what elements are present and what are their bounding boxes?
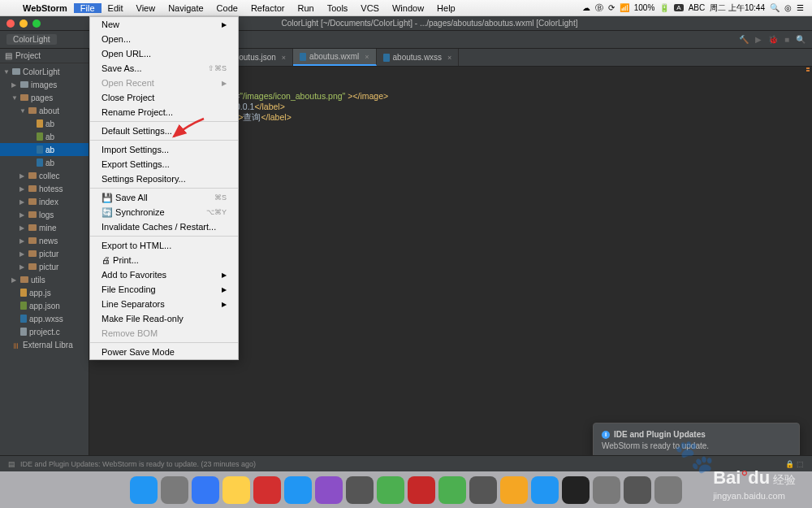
tree-item[interactable]: ▶images	[0, 78, 89, 91]
breadcrumb[interactable]: ColorLight	[6, 34, 57, 45]
stop-icon[interactable]: ■	[784, 35, 789, 44]
dock-app-10[interactable]	[438, 476, 466, 504]
input-source[interactable]: A	[674, 4, 683, 11]
dock-app-15[interactable]	[593, 476, 620, 504]
menu-item-new[interactable]: New▶	[90, 17, 238, 32]
menu-tools[interactable]: Tools	[321, 3, 355, 13]
dock-app-9[interactable]	[408, 476, 435, 504]
dock-app-1[interactable]	[161, 476, 188, 504]
tree-item[interactable]: ▶collec	[0, 169, 89, 182]
tree-item[interactable]: ▶hotess	[0, 182, 89, 195]
dock-app-17[interactable]	[654, 476, 682, 504]
app-name[interactable]: WebStorm	[16, 3, 74, 13]
tree-item[interactable]: ab	[0, 143, 89, 156]
menu-item-rename-project-[interactable]: Rename Project...	[90, 105, 238, 119]
battery-icon[interactable]: 🔋	[659, 3, 669, 12]
dock-app-12[interactable]	[500, 476, 528, 504]
tree-item[interactable]: app.wxss	[0, 312, 89, 325]
dock-app-2[interactable]	[192, 476, 219, 504]
menu-file[interactable]: File	[74, 3, 102, 13]
tree-item[interactable]: app.json	[0, 299, 89, 312]
menu-item-default-settings-[interactable]: Default Settings...	[90, 124, 238, 138]
editor-tab[interactable]: aboutus.wxss×	[377, 49, 460, 66]
menu-edit[interactable]: Edit	[102, 3, 130, 13]
tree-item[interactable]: ▶news	[0, 234, 89, 247]
tree-item[interactable]: ab	[0, 117, 89, 130]
menu-item-file-encoding[interactable]: File Encoding▶	[90, 282, 238, 297]
menu-help[interactable]: Help	[430, 3, 462, 13]
dock-app-3[interactable]	[222, 476, 250, 504]
search-icon[interactable]: 🔍	[770, 3, 780, 12]
menu-run[interactable]: Run	[291, 3, 320, 13]
tree-item[interactable]: ▶pictur	[0, 247, 89, 260]
menu-item-export-to-html-[interactable]: Export to HTML...	[90, 238, 238, 253]
menu-navigate[interactable]: Navigate	[162, 3, 209, 13]
menu-item-synchronize[interactable]: 🔄 Synchronize⌥⌘Y	[90, 205, 238, 219]
tree-item[interactable]: ▶logs	[0, 208, 89, 221]
debug-icon[interactable]: 🐞	[768, 35, 778, 44]
dock-app-0[interactable]	[130, 476, 158, 504]
menu-item-settings-repository-[interactable]: Settings Repository...	[90, 172, 238, 186]
wechat-icon[interactable]: ☁	[582, 3, 590, 12]
folder-icon	[28, 107, 37, 114]
dock-app-5[interactable]	[284, 476, 312, 504]
menu-code[interactable]: Code	[210, 3, 244, 13]
tree-item[interactable]: ▼about	[0, 104, 89, 117]
editor-tab[interactable]: aboutus.wxml×	[293, 49, 376, 66]
menu-item-close-project[interactable]: Close Project	[90, 90, 238, 105]
menu-window[interactable]: Window	[386, 3, 430, 13]
dock-app-14[interactable]	[562, 476, 590, 504]
dock-app-6[interactable]	[315, 476, 343, 504]
menu-item-save-all[interactable]: 💾 Save All⌘S	[90, 190, 238, 205]
menu-item-print-[interactable]: 🖨 Print...	[90, 253, 238, 267]
sidebar-header[interactable]: ▤ Project	[0, 49, 89, 63]
siri-icon[interactable]: ◎	[784, 3, 792, 12]
menu-item-make-file-read-only[interactable]: Make File Read-only	[90, 311, 238, 326]
tree-item[interactable]: ▶pictur	[0, 260, 89, 273]
menu-item-import-settings-[interactable]: Import Settings...	[90, 142, 238, 157]
dock-app-13[interactable]	[531, 476, 559, 504]
menu-view[interactable]: View	[130, 3, 162, 13]
dock-app-4[interactable]	[253, 476, 281, 504]
folder-icon	[20, 276, 28, 283]
notifications-icon[interactable]: ☰	[797, 3, 804, 12]
sync-icon[interactable]: ⟳	[608, 3, 615, 12]
dock-app-16[interactable]	[624, 476, 651, 504]
bluetooth-icon[interactable]: Ⓑ	[595, 2, 603, 14]
dock-app-7[interactable]	[346, 476, 374, 504]
clock[interactable]: 周二 上午10:44	[710, 2, 765, 14]
menu-item-line-separators[interactable]: Line Separators▶	[90, 297, 238, 311]
build-icon[interactable]: 🔨	[739, 35, 749, 44]
run-icon[interactable]: ▶	[755, 35, 762, 44]
menu-item-export-settings-[interactable]: Export Settings...	[90, 157, 238, 172]
dock-app-8[interactable]	[377, 476, 404, 504]
menu-item-open-url-[interactable]: Open URL...	[90, 46, 238, 61]
minimize-icon[interactable]	[19, 20, 28, 28]
menu-item-open-[interactable]: Open...	[90, 32, 238, 46]
tree-item[interactable]: ▶utils	[0, 273, 89, 286]
tree-item[interactable]: ab	[0, 130, 89, 143]
close-icon[interactable]: ×	[365, 53, 369, 61]
tree-item[interactable]: ▶mine	[0, 221, 89, 234]
menu-item-power-save-mode[interactable]: Power Save Mode	[90, 345, 238, 359]
close-icon[interactable]: ×	[447, 54, 451, 62]
menu-item-add-to-favorites[interactable]: Add to Favorites▶	[90, 267, 238, 282]
dock-app-11[interactable]	[469, 476, 497, 504]
close-icon[interactable]	[6, 20, 15, 28]
wifi-icon[interactable]: 📶	[620, 3, 629, 12]
tree-item[interactable]: app.js	[0, 286, 89, 299]
maximize-icon[interactable]	[32, 20, 41, 28]
menu-vcs[interactable]: VCS	[354, 3, 386, 13]
menu-item-invalidate-caches-restart-[interactable]: Invalidate Caches / Restart...	[90, 219, 238, 234]
tree-item[interactable]: project.c	[0, 325, 89, 338]
menu-refactor[interactable]: Refactor	[244, 3, 292, 13]
tree-item[interactable]: External Libra	[0, 338, 89, 351]
tree-item[interactable]: ▼ColorLight	[0, 65, 89, 78]
minimap[interactable]	[804, 67, 812, 471]
tree-item[interactable]: ab	[0, 156, 89, 169]
tree-item[interactable]: ▼pages	[0, 91, 89, 104]
tree-item[interactable]: ▶index	[0, 195, 89, 208]
close-icon[interactable]: ×	[282, 54, 286, 62]
search-icon[interactable]: 🔍	[796, 35, 806, 44]
menu-item-save-as-[interactable]: Save As...⇧⌘S	[90, 61, 238, 76]
